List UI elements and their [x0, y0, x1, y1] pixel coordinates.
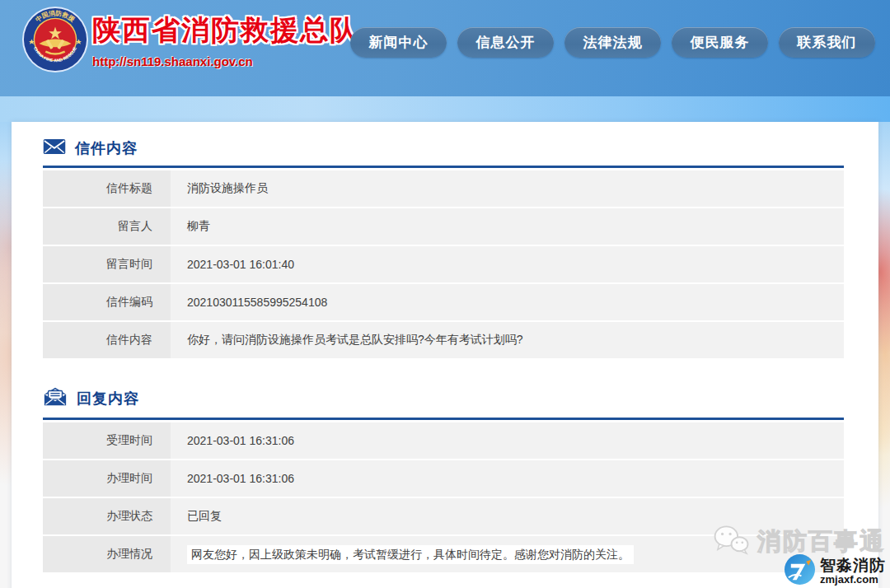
row-value: 2021030115585995254108 [171, 284, 844, 320]
table-row: 受理时间 2021-03-01 16:31:06 [43, 422, 844, 459]
row-value: 柳青 [171, 208, 844, 245]
brand-url: zmjaxf.com [820, 574, 886, 586]
header-subband [0, 96, 890, 122]
letter-section-title: 信件内容 [75, 138, 138, 158]
row-label: 信件标题 [43, 170, 171, 207]
row-value: 2021-03-01 16:01:40 [171, 246, 844, 282]
row-label: 信件内容 [43, 322, 171, 358]
nav-contact-us[interactable]: 联系我们 [779, 27, 875, 58]
content-card: 信件内容 信件标题 消防设施操作员 留言人 柳青 留言时间 2021-03-01… [12, 122, 878, 588]
row-label: 办理时间 [43, 460, 171, 497]
brand-name: 智淼消防 [820, 558, 886, 574]
main-nav: 新闻中心 信息公开 法律法规 便民服务 联系我们 [350, 27, 875, 58]
row-label: 办理状态 [43, 498, 171, 534]
table-row: 办理状态 已回复 [43, 498, 844, 534]
reply-table: 受理时间 2021-03-01 16:31:06 办理时间 2021-03-01… [43, 421, 844, 572]
row-value: 你好，请问消防设施操作员考试是总队安排吗?今年有考试计划吗? [171, 322, 844, 358]
site-header: 中国消防救援 CHINA FIRE AND RESCUE 陕西省消防救援总队 h… [0, 0, 890, 96]
reply-content-section: 回复内容 受理时间 2021-03-01 16:31:06 办理时间 2021-… [43, 386, 844, 572]
nav-news-center[interactable]: 新闻中心 [350, 27, 447, 58]
status-badge: 已回复 [171, 498, 844, 534]
table-row: 留言时间 2021-03-01 16:01:40 [43, 246, 844, 282]
row-label: 留言人 [43, 208, 171, 245]
nav-info-disclosure[interactable]: 信息公开 [457, 27, 554, 58]
section-divider [43, 418, 844, 420]
table-row: 信件标题 消防设施操作员 [43, 170, 844, 207]
brand-watermark: 智淼消防 zmjaxf.com [784, 553, 886, 588]
table-row: 办理时间 2021-03-01 16:31:06 [43, 460, 844, 497]
reply-detail-text: 网友您好，因上级政策未明确，考试暂缓进行，具体时间待定。感谢您对消防的关注。 [187, 545, 634, 564]
row-label: 信件编码 [43, 284, 171, 320]
china-fire-rescue-emblem-icon: 中国消防救援 CHINA FIRE AND RESCUE [21, 6, 89, 73]
nav-laws-regulations[interactable]: 法律法规 [564, 27, 661, 58]
row-label: 留言时间 [43, 246, 171, 282]
reply-envelope-icon [43, 386, 68, 410]
closed-envelope-icon [43, 138, 66, 158]
row-value: 2021-03-01 16:31:06 [171, 460, 844, 497]
section-divider [43, 166, 844, 168]
nav-public-services[interactable]: 便民服务 [672, 27, 768, 58]
row-value: 2021-03-01 16:31:06 [171, 422, 844, 459]
table-row: 信件编码 2021030115585995254108 [43, 284, 844, 320]
brand-logo-icon [784, 553, 816, 588]
site-title: 陕西省消防救援总队 [92, 12, 359, 49]
letter-table: 信件标题 消防设施操作员 留言人 柳青 留言时间 2021-03-01 16:0… [43, 169, 844, 358]
row-value: 网友您好，因上级政策未明确，考试暂缓进行，具体时间待定。感谢您对消防的关注。 [171, 536, 844, 572]
letter-content-section: 信件内容 信件标题 消防设施操作员 留言人 柳青 留言时间 2021-03-01… [43, 122, 844, 358]
reply-section-title: 回复内容 [77, 389, 139, 408]
row-label: 办理情况 [43, 536, 171, 572]
table-row: 留言人 柳青 [43, 208, 844, 245]
table-row: 办理情况 网友您好，因上级政策未明确，考试暂缓进行，具体时间待定。感谢您对消防的… [43, 536, 844, 572]
row-label: 受理时间 [43, 422, 171, 459]
table-row: 信件内容 你好，请问消防设施操作员考试是总队安排吗?今年有考试计划吗? [43, 322, 844, 358]
row-value: 消防设施操作员 [171, 170, 844, 207]
site-url: http://sn119.shaanxi.gov.cn [92, 54, 359, 68]
